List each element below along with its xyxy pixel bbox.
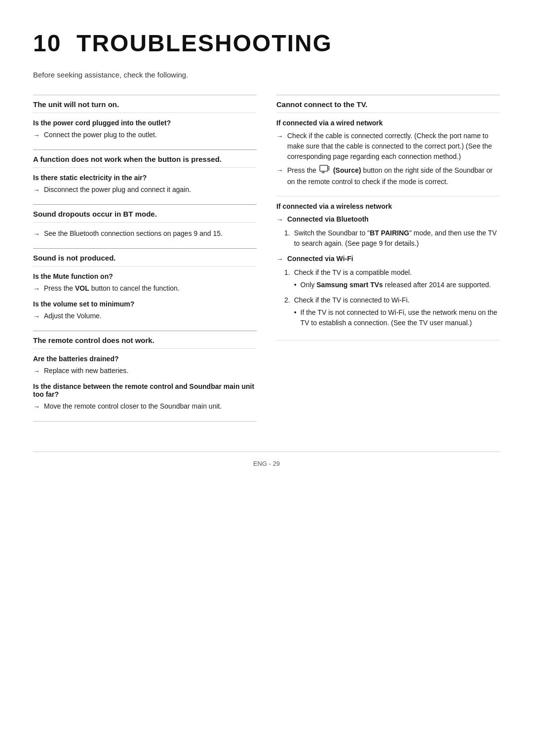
wifi-step-1: 1. Check if the TV is a compatible model… — [284, 267, 500, 292]
arrow-bluetooth-header: → Connected via Bluetooth — [276, 214, 500, 225]
step-number: 1. — [284, 267, 290, 278]
bt-numbered-list: 1. Switch the Soundbar to "BT PAIRING" m… — [284, 228, 500, 249]
left-column: The unit will not turn on. Is the power … — [33, 95, 257, 422]
arrow-icon: → — [33, 130, 40, 141]
page-header: 10 TROUBLESHOOTING Before seeking assist… — [33, 30, 500, 79]
subsection-volume-min: Is the volume set to minimum? → Adjust t… — [33, 300, 257, 322]
subsection-static-electricity: Is there static electricity in the air? … — [33, 174, 257, 195]
arrow-icon: → — [33, 185, 40, 195]
chapter-number: 10 — [33, 30, 61, 56]
arrow-icon: → — [33, 284, 40, 294]
arrow-icon: → — [33, 229, 40, 239]
section-title-unit-wont-turn-on: The unit will not turn on. — [33, 95, 257, 113]
subsection-title-batteries: Are the batteries drained? — [33, 355, 257, 363]
arrow-item-check-cable: → Check if the cable is connected correc… — [276, 131, 500, 162]
bullet-icon: • — [294, 280, 297, 290]
step-number: 1. — [284, 228, 290, 238]
section-sound-not-produced: Sound is not produced. Is the Mute funct… — [33, 248, 257, 331]
section-content-sound-dropouts: → See the Bluetooth connection sections … — [33, 223, 257, 248]
subsection-mute: Is the Mute function on? → Press the VOL… — [33, 272, 257, 294]
arrow-icon: → — [33, 366, 40, 377]
arrow-icon: → — [276, 254, 283, 265]
section-title-cannot-connect: Cannot connect to the TV. — [276, 95, 500, 113]
source-button-text: Press the (Source) button on — [287, 165, 500, 187]
section-title-function-not-work: A function does not work when the button… — [33, 150, 257, 168]
section-unit-wont-turn-on: The unit will not turn on. Is the power … — [33, 95, 257, 150]
arrow-item-replace-batteries: → Replace with new batteries. — [33, 366, 257, 377]
section-content-function-not-work: Is there static electricity in the air? … — [33, 168, 257, 204]
svg-rect-0 — [320, 165, 328, 171]
arrow-item-move-remote: → Move the remote control closer to the … — [33, 401, 257, 412]
section-content-unit-wont-turn-on: Is the power cord plugged into the outle… — [33, 113, 257, 150]
arrow-item-bt-pages: → See the Bluetooth connection sections … — [33, 228, 257, 239]
section-title-remote: The remote control does not work. — [33, 331, 257, 349]
bullet-samsung-tvs: • Only Samsung smart TVs released after … — [294, 280, 491, 290]
arrow-item-press-source: → Press the (Source — [276, 165, 500, 187]
subsection-title-mute: Is the Mute function on? — [33, 272, 257, 280]
section-title-sound-not-produced: Sound is not produced. — [33, 249, 257, 266]
connected-wifi-label: Connected via Wi-Fi — [287, 254, 500, 264]
arrow-wifi-header: → Connected via Wi-Fi — [276, 254, 500, 265]
wifi-numbered-list: 1. Check if the TV is a compatible model… — [284, 267, 500, 330]
subsection-wireless: If connected via a wireless network → Co… — [276, 196, 500, 340]
arrow-item-adjust-volume: → Adjust the Volume. — [33, 311, 257, 322]
bullet-icon: • — [294, 307, 297, 318]
section-function-not-work: A function does not work when the button… — [33, 150, 257, 204]
section-sound-dropouts: Sound dropouts occur in BT mode. → See t… — [33, 204, 257, 248]
section-content-remote: Are the batteries drained? → Replace wit… — [33, 349, 257, 421]
subsection-wired: If connected via a wired network → Check… — [276, 113, 500, 196]
bt-step-1: 1. Switch the Soundbar to "BT PAIRING" m… — [284, 228, 500, 249]
arrow-icon: → — [276, 215, 283, 225]
wifi-step-2-text: Check if the TV is connected to Wi-Fi. — [294, 296, 410, 304]
arrow-item-connect-power: → Connect the power plug to the outlet. — [33, 130, 257, 141]
wifi-setup-text: If the TV is not connected to Wi-Fi, use… — [301, 307, 500, 328]
bt-step-1-text: Switch the Soundbar to "BT PAIRING" mode… — [294, 228, 500, 249]
section-cannot-connect: Cannot connect to the TV. If connected v… — [276, 95, 500, 340]
arrow-icon: → — [276, 131, 283, 142]
intro-text: Before seeking assistance, check the fol… — [33, 71, 500, 79]
chapter-title: 10 TROUBLESHOOTING — [33, 30, 500, 57]
wifi-step-2-content: Check if the TV is connected to Wi-Fi. •… — [294, 295, 500, 330]
wifi-step-2: 2. Check if the TV is connected to Wi-Fi… — [284, 295, 500, 330]
subsection-batteries: Are the batteries drained? → Replace wit… — [33, 355, 257, 377]
arrow-item-disconnect-power: → Disconnect the power plug and connect … — [33, 185, 257, 195]
subsection-title-static: Is there static electricity in the air? — [33, 174, 257, 182]
samsung-tvs-text: Only Samsung smart TVs released after 20… — [301, 280, 491, 290]
subsection-title-power-cord: Is the power cord plugged into the outle… — [33, 119, 257, 127]
subsection-distance: Is the distance between the remote contr… — [33, 382, 257, 412]
chapter-title-text: TROUBLESHOOTING — [76, 30, 332, 56]
arrow-icon: → — [276, 165, 283, 176]
subsection-title-volume: Is the volume set to minimum? — [33, 300, 257, 308]
section-content-sound-not-produced: Is the Mute function on? → Press the VOL… — [33, 266, 257, 331]
step-number: 2. — [284, 295, 290, 305]
wifi-step-1-content: Check if the TV is a compatible model. •… — [294, 267, 491, 292]
arrow-icon: → — [33, 402, 40, 412]
wireless-network-header: If connected via a wireless network — [276, 202, 500, 210]
vol-button-text: Press the VOL button to cancel the funct… — [44, 283, 257, 294]
arrow-item-vol-button: → Press the VOL button to cancel the fun… — [33, 283, 257, 294]
connected-bt-label: Connected via Bluetooth — [287, 214, 500, 225]
subsection-title-distance: Is the distance between the remote contr… — [33, 382, 257, 398]
source-icon — [319, 165, 330, 177]
section-title-sound-dropouts: Sound dropouts occur in BT mode. — [33, 205, 257, 223]
right-column: Cannot connect to the TV. If connected v… — [276, 95, 500, 422]
bullet-wifi-setup: • If the TV is not connected to Wi-Fi, u… — [294, 307, 500, 328]
main-content: The unit will not turn on. Is the power … — [33, 95, 500, 422]
wired-network-header: If connected via a wired network — [276, 119, 500, 127]
page-footer: ENG - 29 — [33, 452, 500, 467]
arrow-icon: → — [33, 311, 40, 322]
section-remote-not-working: The remote control does not work. Are th… — [33, 331, 257, 422]
subsection-power-cord: Is the power cord plugged into the outle… — [33, 119, 257, 141]
wifi-step-1-text: Check if the TV is a compatible model. — [294, 268, 412, 276]
footer-text: ENG - 29 — [253, 460, 280, 467]
